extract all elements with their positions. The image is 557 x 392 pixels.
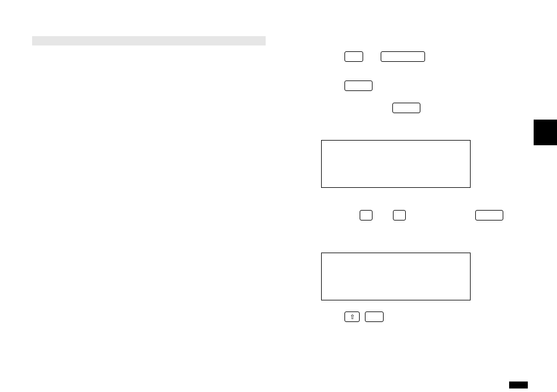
key-r1b: [381, 51, 425, 62]
lcd-screen-1: [321, 140, 471, 188]
section-title-bar: [32, 36, 266, 46]
key-r3a: [392, 103, 420, 113]
key-r1a: [344, 51, 363, 62]
key-r4b: [393, 210, 406, 220]
lcd-screen-2: [321, 253, 471, 300]
document-page: ⇧: [0, 0, 557, 392]
key-r4c: [475, 210, 503, 220]
chapter-side-tab: [534, 120, 557, 145]
key-r5a: [365, 312, 384, 322]
shift-key-icon: ⇧: [344, 312, 360, 322]
page-number-block: [509, 382, 528, 388]
key-r4a: [360, 210, 373, 220]
key-r2a: [344, 80, 373, 91]
